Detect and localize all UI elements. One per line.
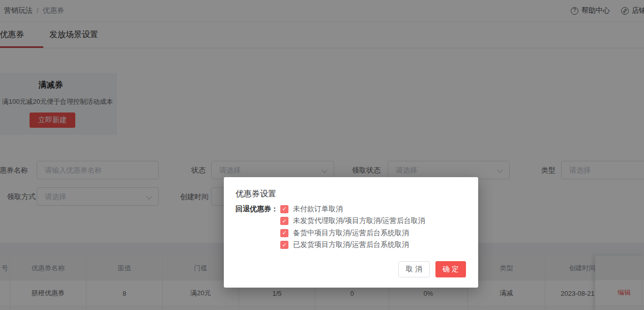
checkbox-group: ✓ 未付款订单取消 ✓ 未发货代理取消/项目方取消/运营后台取消 ✓ 备货中项目…: [280, 205, 425, 252]
checkbox-checked-icon[interactable]: ✓: [280, 205, 288, 213]
checkbox-checked-icon[interactable]: ✓: [280, 217, 288, 225]
checkbox-option: ✓ 已发货项目方取消/运营后台系统取消: [280, 241, 425, 249]
checkbox-label[interactable]: 未发货代理取消/项目方取消/运营后台取消: [293, 216, 425, 226]
checkbox-option: ✓ 未发货代理取消/项目方取消/运营后台取消: [280, 217, 425, 226]
dialog-title: 优惠券设置: [236, 189, 276, 200]
cancel-button[interactable]: 取 消: [398, 261, 430, 277]
checkbox-label[interactable]: 已发货项目方取消/运营后台系统取消: [293, 240, 409, 249]
checkbox-option: ✓ 备货中项目方取消/运营后台系统取消: [280, 229, 425, 237]
confirm-button[interactable]: 确 定: [435, 261, 466, 277]
checkbox-checked-icon[interactable]: ✓: [280, 229, 288, 237]
checkbox-label[interactable]: 未付款订单取消: [293, 205, 343, 214]
coupon-settings-dialog: 优惠券设置 回退优惠券： ✓ 未付款订单取消 ✓ 未发货代理取消/项目方取消/运…: [224, 177, 478, 288]
checkbox-option: ✓ 未付款订单取消: [280, 205, 425, 213]
checkbox-label[interactable]: 备货中项目方取消/运营后台系统取消: [293, 229, 409, 238]
app-window: 营销玩法 / 优惠券 ? 帮助中心 店铺: [0, 0, 644, 310]
checkbox-checked-icon[interactable]: ✓: [280, 241, 288, 249]
refund-coupon-field-label: 回退优惠券：: [236, 205, 278, 252]
